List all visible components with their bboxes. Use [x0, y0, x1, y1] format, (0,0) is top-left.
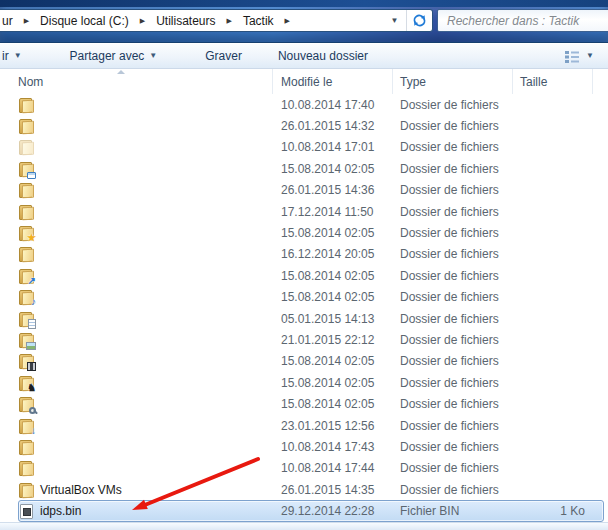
column-header-modifie-le[interactable]: Modifié le — [273, 69, 393, 94]
column-headers: Nom Modifié le Type Taille — [0, 69, 608, 94]
folder-download-icon: ↓ — [18, 418, 34, 434]
chevron-right-icon: ▶ — [19, 17, 34, 24]
refresh-button[interactable] — [407, 10, 432, 31]
file-name-cell: VirtualBox VMs — [0, 482, 273, 498]
file-date-cell: 05.01.2015 14:13 — [273, 312, 393, 326]
address-history-dropdown-button[interactable]: ▼ — [383, 10, 407, 31]
breadcrumb-item-disque-local-c[interactable]: Disque local (C:) — [34, 14, 135, 28]
details-pane-edge — [0, 522, 608, 530]
table-row[interactable]: 10.08.2014 17:44 Dossier de fichiers — [0, 458, 608, 479]
file-date-cell: 26.01.2015 14:36 — [273, 183, 393, 197]
file-list: 10.08.2014 17:40 Dossier de fichiers 26.… — [0, 94, 608, 522]
share-with-button[interactable]: Partager avec ▼ — [60, 44, 168, 68]
folder-faded-icon — [18, 139, 34, 155]
breadcrumb-item-computer-cutoff[interactable]: ur — [0, 14, 19, 28]
address-bar[interactable]: ur ▶ Disque local (C:) ▶ Utilisateurs ▶ … — [0, 9, 433, 32]
table-row[interactable]: 10.08.2014 17:40 Dossier de fichiers — [0, 94, 608, 115]
folder-image-overlay-icon — [26, 342, 36, 350]
table-row[interactable]: ↗ 15.08.2014 02:05 Dossier de fichiers — [0, 265, 608, 286]
folder-doc-overlay-icon — [28, 319, 36, 329]
file-name-cell — [0, 460, 273, 476]
file-type-cell: Dossier de fichiers — [393, 397, 513, 411]
search-box[interactable]: Rechercher dans : Tactik — [437, 9, 608, 32]
file-date-cell: 15.08.2014 02:05 — [273, 269, 393, 283]
file-type-cell: Dossier de fichiers — [393, 269, 513, 283]
breadcrumb-item-utilisateurs[interactable]: Utilisateurs — [150, 14, 221, 28]
change-view-button[interactable]: ▼ — [558, 44, 608, 68]
column-header-type[interactable]: Type — [393, 69, 513, 94]
table-row[interactable]: 26.01.2015 14:32 Dossier de fichiers — [0, 115, 608, 136]
open-button[interactable]: ir ▼ — [0, 44, 32, 68]
table-row[interactable]: 05.01.2015 14:13 Dossier de fichiers — [0, 308, 608, 329]
file-date-cell: 15.08.2014 02:05 — [273, 376, 393, 390]
file-date-cell: 26.01.2015 14:35 — [273, 483, 393, 497]
column-header-taille[interactable]: Taille — [513, 69, 593, 94]
file-size-cell: 1 Ko — [513, 504, 593, 518]
table-row[interactable]: 15.08.2014 02:05 Dossier de fichiers — [0, 158, 608, 179]
explorer-window: ur ▶ Disque local (C:) ▶ Utilisateurs ▶ … — [0, 0, 608, 530]
folder-search-icon — [18, 396, 34, 412]
file-date-cell: 10.08.2014 17:44 — [273, 461, 393, 475]
table-row[interactable]: 10.08.2014 17:01 Dossier de fichiers — [0, 137, 608, 158]
folder-star-overlay-icon: ★ — [27, 233, 36, 243]
views-icon — [564, 50, 580, 63]
file-type-cell: Dossier de fichiers — [393, 290, 513, 304]
file-date-cell: 26.01.2015 14:32 — [273, 119, 393, 133]
file-type-cell: Dossier de fichiers — [393, 205, 513, 219]
folder-icon — [18, 182, 34, 198]
table-row[interactable]: ♞ 15.08.2014 02:05 Dossier de fichiers — [0, 372, 608, 393]
file-type-cell: Dossier de fichiers — [393, 333, 513, 347]
table-row[interactable]: 21.01.2015 22:12 Dossier de fichiers — [0, 329, 608, 350]
table-row[interactable]: 17.12.2014 11:50 Dossier de fichiers — [0, 201, 608, 222]
file-type-cell: Dossier de fichiers — [393, 483, 513, 497]
folder-link-overlay-icon: ↗ — [28, 276, 36, 286]
file-date-cell: 15.08.2014 02:05 — [273, 290, 393, 304]
folder-games-overlay-icon: ♞ — [27, 383, 36, 393]
folder-icon — [18, 460, 34, 476]
chevron-right-icon: ▶ — [222, 17, 237, 24]
chevron-right-icon: ▶ — [280, 17, 295, 24]
folder-icon — [18, 482, 34, 498]
file-type-cell: Dossier de fichiers — [393, 440, 513, 454]
table-row[interactable]: 15.08.2014 02:05 Dossier de fichiers — [0, 351, 608, 372]
file-name-cell: ★ — [0, 225, 273, 241]
file-type-cell: Dossier de fichiers — [393, 419, 513, 433]
folder-download-overlay-icon: ↓ — [31, 426, 36, 436]
burn-button[interactable]: Graver — [195, 44, 252, 68]
folder-film-overlay-icon — [27, 362, 36, 371]
column-header-nom[interactable]: Nom — [0, 69, 273, 94]
file-name-label: idps.bin — [40, 504, 81, 518]
chevron-down-icon: ▼ — [391, 16, 399, 25]
file-type-cell: Dossier de fichiers — [393, 354, 513, 368]
table-row[interactable]: ★ 15.08.2014 02:05 Dossier de fichiers — [0, 222, 608, 243]
file-type-cell: Dossier de fichiers — [393, 140, 513, 154]
file-date-cell: 15.08.2014 02:05 — [273, 397, 393, 411]
folder-icon — [18, 204, 34, 220]
file-name-cell — [0, 182, 273, 198]
table-row[interactable]: 26.01.2015 14:36 Dossier de fichiers — [0, 180, 608, 201]
new-folder-button[interactable]: Nouveau dossier — [268, 44, 378, 68]
folder-card-overlay-icon — [27, 172, 36, 179]
table-row[interactable]: 15.08.2014 02:05 Dossier de fichiers — [0, 393, 608, 414]
file-bin-icon — [18, 503, 34, 519]
file-type-cell: Dossier de fichiers — [393, 312, 513, 326]
table-row[interactable]: 16.12.2014 20:05 Dossier de fichiers — [0, 244, 608, 265]
file-date-cell: 21.01.2015 22:12 — [273, 333, 393, 347]
search-placeholder: Rechercher dans : Tactik — [447, 14, 579, 28]
breadcrumb: ur ▶ Disque local (C:) ▶ Utilisateurs ▶ … — [0, 10, 383, 31]
folder-icon — [18, 118, 34, 134]
table-row[interactable]: ↓ 23.01.2015 12:56 Dossier de fichiers — [0, 415, 608, 436]
file-date-cell: 10.08.2014 17:01 — [273, 140, 393, 154]
table-row[interactable]: ♪ 15.08.2014 02:05 Dossier de fichiers — [0, 287, 608, 308]
table-row[interactable]: idps.bin 29.12.2014 22:28 Fichier BIN 1 … — [0, 500, 608, 521]
file-date-cell: 10.08.2014 17:40 — [273, 98, 393, 112]
file-name-cell — [0, 439, 273, 455]
folder-icon — [18, 439, 34, 455]
file-type-cell: Fichier BIN — [393, 504, 513, 518]
file-date-cell: 15.08.2014 02:05 — [273, 354, 393, 368]
table-row[interactable]: VirtualBox VMs 26.01.2015 14:35 Dossier … — [0, 479, 608, 500]
breadcrumb-item-tactik[interactable]: Tactik — [237, 14, 280, 28]
file-name-cell — [0, 396, 273, 412]
table-row[interactable]: 10.08.2014 17:43 Dossier de fichiers — [0, 436, 608, 457]
folder-film-icon — [18, 353, 34, 369]
